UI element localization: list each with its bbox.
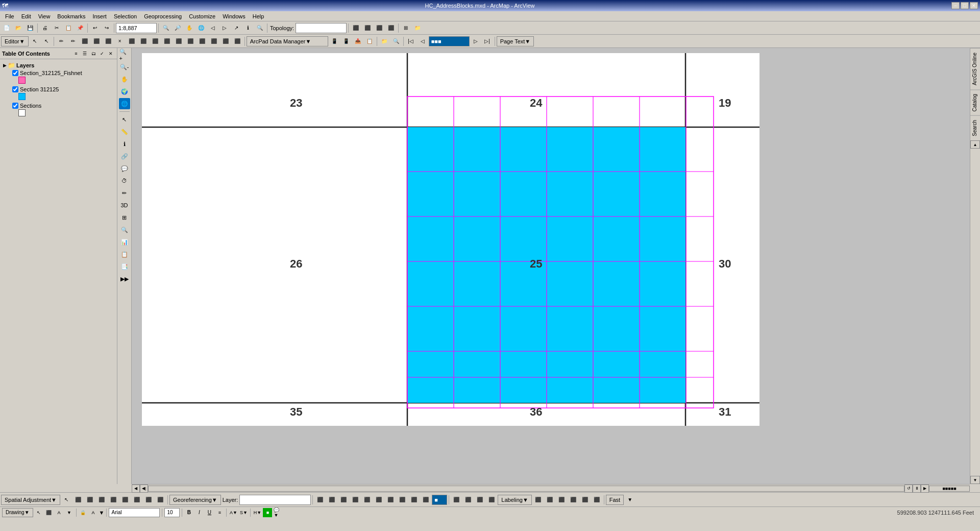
undo-button[interactable]: ↩ — [89, 22, 101, 34]
geo-btn5[interactable]: ⬛ — [361, 494, 373, 505]
hscroll-track[interactable] — [148, 486, 904, 492]
pan-button[interactable]: ✋ — [184, 22, 195, 34]
label-btn4[interactable]: ⬛ — [486, 494, 497, 505]
draw-arrow-btn[interactable]: ↖ — [34, 508, 43, 517]
arcpad-btn-2[interactable]: 📱 — [340, 36, 352, 47]
html-popup-btn[interactable]: 💬 — [119, 163, 130, 174]
measure-btn[interactable]: 📏 — [119, 126, 130, 137]
zoom-out-map-btn[interactable]: 🔍- — [119, 61, 130, 73]
halo-btn[interactable]: H▼ — [253, 508, 262, 517]
draw-btn4[interactable]: 🔒 — [79, 508, 88, 517]
arcgis-online-tab[interactable]: ArcGIS Online — [970, 48, 980, 89]
edit-tool-16[interactable]: ⬛ — [208, 36, 219, 47]
prev-page-btn2[interactable]: ◁ — [417, 36, 428, 47]
new-button[interactable]: 📄 — [1, 22, 12, 34]
close-button[interactable]: ✕ — [970, 2, 978, 9]
spatial-adj-btn4[interactable]: ⬛ — [108, 494, 119, 505]
label-btn6[interactable]: ⬛ — [544, 494, 555, 505]
menu-geoprocessing[interactable]: Geoprocessing — [141, 13, 185, 20]
geo-btn7[interactable]: ⬛ — [385, 494, 396, 505]
toc-source-view-btn[interactable]: 🗂 — [89, 50, 97, 58]
spatial-adj-arrow[interactable]: ↖ — [61, 494, 72, 505]
page-text-btn[interactable]: Page Text▼ — [497, 36, 534, 46]
print-button[interactable]: 🖨 — [39, 22, 51, 34]
edit-tool-10[interactable]: ⬛ — [138, 36, 149, 47]
toc-display-view-btn[interactable]: ☰ — [81, 50, 89, 58]
more-topology-btn[interactable]: ⬛ — [385, 22, 397, 34]
draw-btn2[interactable]: A — [55, 508, 64, 517]
full-extent-button[interactable]: 🌐 — [195, 22, 207, 34]
full-extent-map-btn[interactable]: 🌍 — [119, 86, 130, 97]
geo-btn4[interactable]: ⬛ — [350, 494, 361, 505]
label-btn2[interactable]: ⬛ — [462, 494, 474, 505]
georeferencing-dropdown[interactable]: Georeferencing▼ — [169, 495, 221, 505]
redo-button[interactable]: ↪ — [101, 22, 112, 34]
edit-tool-4[interactable]: ✏ — [67, 36, 79, 47]
menu-windows[interactable]: Windows — [219, 13, 249, 20]
shadow-btn[interactable]: S▼ — [239, 508, 248, 517]
minimize-button[interactable]: – — [951, 2, 960, 9]
spatial-adj-btn7[interactable]: ⬛ — [143, 494, 154, 505]
validate-topology-button[interactable]: ⬛ — [350, 22, 361, 34]
menu-insert[interactable]: Insert — [89, 13, 110, 20]
fast-dropdown[interactable]: Fast — [606, 495, 624, 505]
cut-button[interactable]: ✂ — [51, 22, 62, 34]
identify-button[interactable]: ℹ — [242, 22, 254, 34]
background-btn[interactable]: ■ — [263, 508, 272, 517]
page-dropdown[interactable]: ■■■ — [429, 36, 470, 46]
font-btn[interactable]: A — [89, 508, 98, 517]
edit-tool-3[interactable]: ✏ — [56, 36, 67, 47]
edit-tool-1[interactable]: ↖ — [29, 36, 40, 47]
draw-btn1[interactable]: ⬛ — [44, 508, 54, 517]
report-btn[interactable]: 📑 — [119, 261, 130, 272]
next-page-btn[interactable]: ▷ — [470, 36, 481, 47]
pan-map-btn[interactable]: ✋ — [119, 74, 130, 85]
geo-btn10[interactable]: ⬛ — [420, 494, 431, 505]
zoom-out-button[interactable]: 🔎 — [172, 22, 183, 34]
edit-tool-8[interactable]: × — [114, 36, 126, 47]
geo-btn9[interactable]: ⬛ — [408, 494, 420, 505]
menu-edit[interactable]: Edit — [18, 13, 34, 20]
hscroll-left-btn[interactable]: ◀ — [132, 485, 140, 493]
menu-help[interactable]: Help — [250, 13, 267, 20]
edit-tool-7[interactable]: ⬛ — [103, 36, 114, 47]
copy-button[interactable]: 📋 — [63, 22, 74, 34]
vscroll-down-btn[interactable]: ▼ — [970, 476, 980, 484]
last-page-btn[interactable]: ▷| — [482, 36, 493, 47]
callout-btn[interactable]: 💬▼ — [273, 508, 282, 517]
draw-btn3[interactable]: ▼ — [65, 508, 74, 517]
data-btn[interactable]: 📋 — [119, 249, 130, 260]
label-btn9[interactable]: ⬛ — [579, 494, 591, 505]
spatial-adj-btn5[interactable]: ⬛ — [119, 494, 131, 505]
color-swatch[interactable]: ■ — [432, 495, 447, 505]
editor-dropdown[interactable]: Editor▼ — [1, 36, 29, 46]
edit-tool-12[interactable]: ⬛ — [161, 36, 173, 47]
search-tab[interactable]: Search — [970, 115, 980, 140]
attribute-table-button[interactable]: ⊞ — [400, 22, 411, 34]
save-button[interactable]: 💾 — [24, 22, 36, 34]
layer-section312125[interactable]: Section 312125 — [11, 86, 115, 93]
layer-fishnet[interactable]: Section_312125_Fishnet — [11, 69, 115, 77]
zoom-next-button[interactable]: ▷ — [219, 22, 230, 34]
layer-sections-checkbox[interactable] — [12, 103, 18, 109]
arcpad-btn-3[interactable]: 📥 — [352, 36, 363, 47]
font-name-dropdown[interactable]: Arial — [109, 508, 160, 517]
hscroll-nav-btn1[interactable]: ◀| — [140, 485, 148, 493]
time-slider-btn[interactable]: ⏱ — [119, 175, 130, 186]
menu-view[interactable]: View — [35, 13, 54, 20]
edit-tool-14[interactable]: ⬛ — [185, 36, 196, 47]
label-btn7[interactable]: ⬛ — [556, 494, 567, 505]
align-btn[interactable]: ≡ — [215, 508, 224, 517]
edit-tool-6[interactable]: ⬛ — [91, 36, 102, 47]
labeling-dropdown[interactable]: Labeling▼ — [498, 495, 531, 505]
label-btn3[interactable]: ⬛ — [474, 494, 485, 505]
underline-btn[interactable]: U — [205, 508, 214, 517]
label-btn5[interactable]: ⬛ — [532, 494, 544, 505]
open-button[interactable]: 📂 — [13, 22, 24, 34]
menu-bookmarks[interactable]: Bookmarks — [54, 13, 88, 20]
fix-topology-button[interactable]: ⬛ — [374, 22, 385, 34]
map-area[interactable]: 23 24 19 26 25 30 35 36 31 ArcGIS Online… — [132, 48, 980, 484]
font-color-btn[interactable]: A▼ — [229, 508, 238, 517]
fast-btn[interactable]: ▼ — [624, 494, 635, 505]
spatial-adj-btn2[interactable]: ⬛ — [84, 494, 95, 505]
